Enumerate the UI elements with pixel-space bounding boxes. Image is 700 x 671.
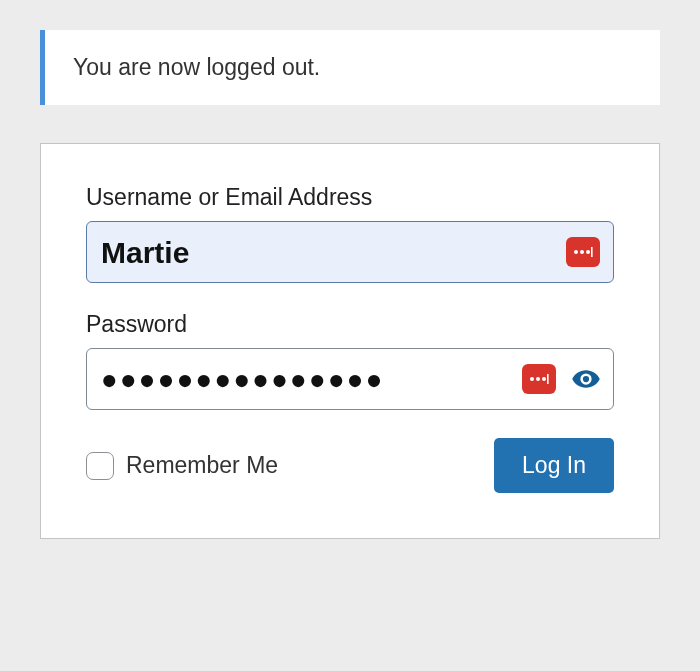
remember-label: Remember Me: [126, 452, 278, 479]
username-field: Username or Email Address Martie: [86, 184, 614, 283]
show-password-button[interactable]: [568, 361, 604, 397]
username-input[interactable]: Martie: [86, 221, 614, 283]
password-field: Password ●●●●●●●●●●●●●●●: [86, 311, 614, 410]
password-input-wrap: ●●●●●●●●●●●●●●●: [86, 348, 614, 410]
form-footer: Remember Me Log In: [86, 438, 614, 493]
remember-me[interactable]: Remember Me: [86, 452, 278, 480]
logout-notice: You are now logged out.: [40, 30, 660, 105]
password-label: Password: [86, 311, 614, 338]
login-button[interactable]: Log In: [494, 438, 614, 493]
svg-rect-7: [547, 374, 549, 384]
svg-point-2: [586, 250, 590, 254]
password-manager-icon[interactable]: [522, 364, 556, 394]
svg-point-6: [542, 377, 546, 381]
eye-icon: [571, 364, 601, 394]
remember-checkbox[interactable]: [86, 452, 114, 480]
password-manager-icon[interactable]: [566, 237, 600, 267]
notice-text: You are now logged out.: [73, 54, 320, 80]
svg-point-1: [580, 250, 584, 254]
login-form: Username or Email Address Martie Passwor…: [40, 143, 660, 539]
username-label: Username or Email Address: [86, 184, 614, 211]
svg-point-5: [536, 377, 540, 381]
svg-rect-3: [591, 247, 593, 257]
svg-point-0: [574, 250, 578, 254]
svg-point-4: [530, 377, 534, 381]
username-input-wrap: Martie: [86, 221, 614, 283]
